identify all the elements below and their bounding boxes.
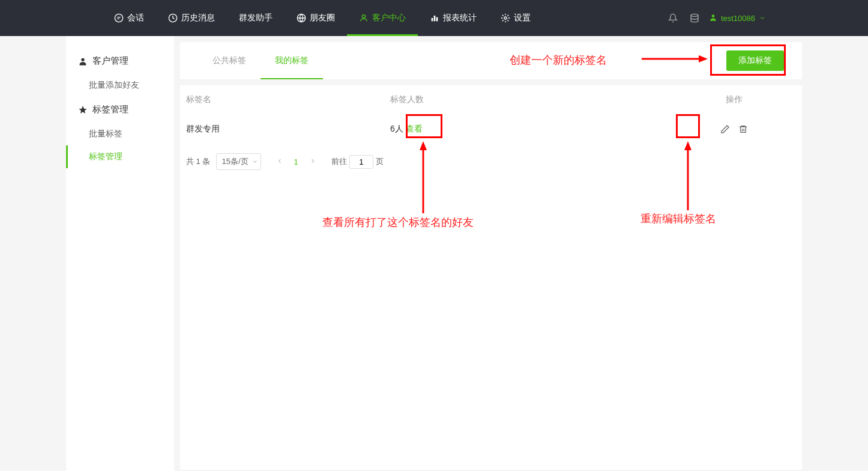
chevron-right-icon — [309, 157, 316, 165]
header-action: 操作 — [672, 94, 796, 105]
nav-item-moments[interactable]: 朋友圈 — [285, 0, 347, 36]
page-jump-input[interactable] — [349, 155, 373, 169]
sidebar-group-tags[interactable]: 标签管理 — [66, 97, 174, 123]
tab-label: 我的标签 — [275, 55, 309, 66]
tabs-panel: 公共标签 我的标签 添加标签 — [180, 42, 802, 79]
tab-public-tags[interactable]: 公共标签 — [198, 42, 261, 79]
page-size-value: 15条/页 — [222, 156, 248, 167]
sidebar-item-bulk-tag[interactable]: 批量标签 — [66, 123, 174, 145]
page-jump: 前往 页 — [331, 155, 384, 169]
svg-point-9 — [712, 14, 715, 17]
add-tag-button[interactable]: 添加标签 — [726, 50, 784, 71]
chevron-down-icon — [252, 159, 258, 165]
tabs: 公共标签 我的标签 — [198, 42, 323, 79]
notification-button[interactable] — [666, 11, 680, 25]
sidebar-item-label: 批量标签 — [89, 129, 122, 138]
count-text: 6人 — [390, 124, 403, 133]
svg-rect-5 — [434, 16, 436, 21]
nav-label: 朋友圈 — [310, 13, 335, 23]
content-area: 公共标签 我的标签 添加标签 标签名 标签人数 操作 群发专用 6人查看 — [180, 42, 802, 465]
user-profile[interactable]: test10086 — [709, 13, 766, 23]
data-button[interactable] — [687, 11, 702, 25]
svg-point-3 — [362, 15, 365, 18]
svg-rect-6 — [436, 17, 438, 22]
nav-label: 报表统计 — [443, 13, 477, 23]
page-next[interactable] — [309, 157, 316, 166]
page-prev[interactable] — [276, 157, 283, 166]
page-size-select[interactable]: 15条/页 — [216, 153, 261, 170]
header-count: 标签人数 — [390, 94, 672, 105]
sidebar: 客户管理 批量添加好友 标签管理 批量标签 标签管理 — [66, 36, 174, 471]
chevron-left-icon — [276, 157, 283, 165]
person-solid-icon — [78, 56, 88, 66]
main-container: 客户管理 批量添加好友 标签管理 批量标签 标签管理 公共标签 我的标签 — [0, 36, 868, 471]
username: test10086 — [721, 14, 755, 23]
table-header-row: 标签名 标签人数 操作 — [186, 85, 796, 114]
bars-icon — [430, 13, 439, 23]
header-name: 标签名 — [186, 94, 390, 105]
nav-label: 设置 — [514, 13, 531, 23]
sidebar-item-label: 标签管理 — [89, 151, 122, 161]
table-row: 群发专用 6人查看 — [186, 114, 796, 144]
tab-my-tags[interactable]: 我的标签 — [261, 42, 323, 79]
person-icon — [709, 13, 717, 23]
gear-icon — [501, 13, 510, 23]
sidebar-group-customer[interactable]: 客户管理 — [66, 48, 174, 74]
clock-icon — [168, 13, 178, 23]
svg-point-8 — [691, 14, 698, 16]
edit-button[interactable] — [719, 123, 731, 135]
pagination: 共 1 条 15条/页 1 前往 页 — [186, 144, 796, 179]
jump-suffix: 页 — [376, 156, 384, 167]
nav-item-settings[interactable]: 设置 — [489, 0, 543, 36]
delete-button[interactable] — [737, 123, 749, 135]
cell-actions — [672, 123, 796, 135]
page-total: 共 1 条 — [186, 156, 210, 167]
nav-label: 客户中心 — [372, 13, 406, 23]
sidebar-item-label: 批量添加好友 — [89, 80, 139, 90]
cell-tag-count: 6人查看 — [390, 124, 672, 135]
globe-icon — [297, 13, 306, 23]
nav-item-customer-center[interactable]: 客户中心 — [347, 0, 418, 36]
sidebar-item-bulk-add[interactable]: 批量添加好友 — [66, 74, 174, 97]
page-current[interactable]: 1 — [294, 157, 298, 166]
svg-rect-4 — [432, 18, 433, 21]
view-link[interactable]: 查看 — [406, 124, 423, 133]
bell-icon — [668, 13, 678, 23]
nav-item-history[interactable]: 历史消息 — [156, 0, 227, 36]
nav-item-session[interactable]: 会话 — [102, 0, 156, 36]
chat-icon — [114, 13, 124, 23]
nav-item-reports[interactable]: 报表统计 — [418, 0, 489, 36]
nav-label: 群发助手 — [239, 13, 273, 23]
nav-menu: 会话 历史消息 群发助手 朋友圈 客户中心 报表统计 — [102, 0, 543, 36]
table-panel: 标签名 标签人数 操作 群发专用 6人查看 — [180, 85, 802, 470]
sidebar-group-label: 标签管理 — [92, 104, 128, 115]
nav-item-broadcast[interactable]: 群发助手 — [227, 0, 285, 36]
database-icon — [690, 13, 699, 23]
tab-label: 公共标签 — [212, 55, 246, 66]
edit-icon — [720, 124, 730, 134]
star-icon — [78, 105, 88, 115]
jump-prefix: 前往 — [331, 156, 347, 167]
sidebar-group-label: 客户管理 — [92, 55, 128, 67]
page-nav: 1 — [276, 157, 316, 166]
svg-point-10 — [81, 58, 84, 61]
nav-right: test10086 — [666, 11, 766, 25]
nav-label: 历史消息 — [181, 13, 215, 23]
user-icon — [359, 13, 369, 23]
sidebar-item-tag-manage[interactable]: 标签管理 — [66, 145, 174, 168]
top-navigation: 会话 历史消息 群发助手 朋友圈 客户中心 报表统计 — [0, 0, 868, 36]
nav-label: 会话 — [127, 13, 144, 23]
cell-tag-name: 群发专用 — [186, 124, 390, 135]
svg-point-7 — [504, 17, 507, 19]
chevron-down-icon — [759, 14, 766, 22]
trash-icon — [738, 124, 748, 134]
